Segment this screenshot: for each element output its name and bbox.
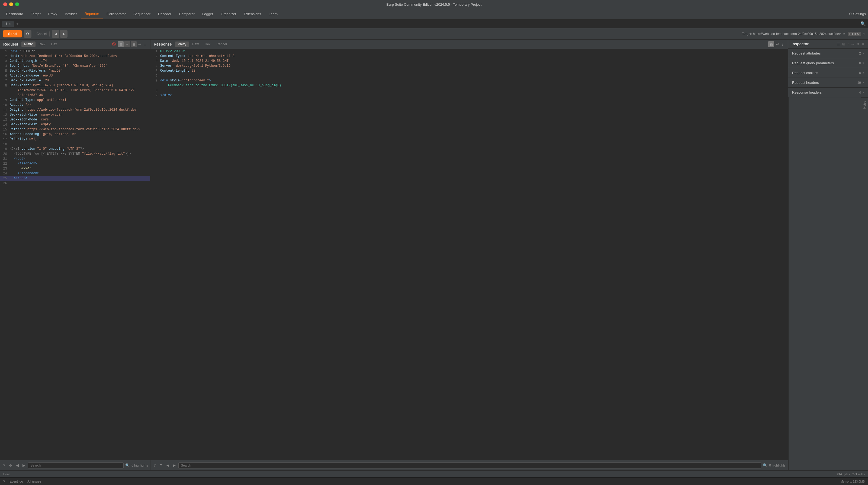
add-tab-button[interactable]: + <box>14 20 21 27</box>
protocol-info-icon[interactable]: ℹ <box>863 32 865 36</box>
response-search-submit[interactable]: 🔍 <box>763 463 768 467</box>
request-tab-hex[interactable]: Hex <box>49 41 60 47</box>
inspector-grid-icon[interactable]: ⊞ <box>842 42 845 46</box>
tab-close-icon[interactable]: × <box>9 22 10 26</box>
inspector-request-cookies[interactable]: Request cookies 0 ▾ <box>788 68 868 78</box>
request-search-input[interactable] <box>28 462 124 468</box>
inspector-request-headers[interactable]: Request headers 19 ▾ <box>788 78 868 88</box>
settings-button[interactable]: ⚙ Settings <box>849 12 866 16</box>
chevron-down-icon-1: ▾ <box>863 61 864 65</box>
nav-intruder[interactable]: Intruder <box>61 10 81 18</box>
inspector-response-headers[interactable]: Response headers 4 ▾ <box>788 88 868 97</box>
status-text: Done <box>3 473 10 476</box>
inspector-request-query[interactable]: Request query parameters 0 ▾ <box>788 58 868 68</box>
bottom-tab-all-issues[interactable]: All issues <box>27 479 41 484</box>
request-line-19: 19 <?xml version="1.0" encoding="UTF-8"?… <box>0 147 150 152</box>
response-tabs: Pretty Raw Hex Render <box>175 41 230 47</box>
response-search-next[interactable]: ▶ <box>172 463 177 468</box>
more-icon[interactable]: ⋮ <box>143 42 147 47</box>
response-wrap-icon[interactable]: ↩ <box>776 42 779 47</box>
tabbar: 1 × + 🔍 <box>0 20 868 28</box>
layout-icon-2[interactable]: ≡ <box>124 41 130 47</box>
response-layout-1[interactable]: ▤ <box>768 41 774 47</box>
nav-decoder[interactable]: Decoder <box>154 10 175 18</box>
request-search-settings[interactable]: ⚙ <box>8 463 13 468</box>
notes-tab[interactable]: Notes <box>861 97 868 112</box>
request-line-1: 1 POST / HTTP/2 <box>0 49 150 54</box>
gear-button[interactable]: ⚙ <box>24 30 31 38</box>
nav-arrows: ◀ ▶ <box>52 30 67 38</box>
response-tab-hex[interactable]: Hex <box>202 41 213 47</box>
nav-proxy[interactable]: Proxy <box>44 10 61 18</box>
request-search-prev[interactable]: ◀ <box>15 463 20 468</box>
nav-extensions[interactable]: Extensions <box>240 10 265 18</box>
response-line-4: 4 Server: Werkzeug/2.0.1 Python/3.9.19 <box>150 64 788 68</box>
forward-button[interactable]: ▶ <box>60 30 67 38</box>
nav-target[interactable]: Target <box>27 10 44 18</box>
request-highlights-label: 0 highlights <box>131 463 148 467</box>
response-code-area[interactable]: 1 HTTP/2 200 OK 2 Content-Type: text/htm… <box>150 49 788 460</box>
response-tab-raw[interactable]: Raw <box>189 41 202 47</box>
request-code-area[interactable]: 1 POST / HTTP/2 2 Host: web-zoo-feedback… <box>0 49 150 460</box>
nav-learn[interactable]: Learn <box>265 10 281 18</box>
nav-dashboard[interactable]: Dashboard <box>2 10 27 18</box>
response-search-help[interactable]: ? <box>153 463 157 468</box>
nav-repeater[interactable]: Repeater <box>81 9 103 19</box>
titlebar-buttons <box>3 2 19 6</box>
nav-organizer[interactable]: Organizer <box>217 10 240 18</box>
inspector-item-label-0: Request attributes <box>792 51 821 55</box>
inspector-list-icon[interactable]: ☰ <box>837 42 840 46</box>
request-search-submit[interactable]: 🔍 <box>125 463 130 467</box>
chevron-down-icon: ▾ <box>863 52 864 55</box>
tab-search-button[interactable]: 🔍 <box>860 21 866 26</box>
inspector-request-attributes[interactable]: Request attributes 2 ▾ <box>788 49 868 58</box>
request-line-10: 10 Accept: */* <box>0 103 150 108</box>
nav-sequencer[interactable]: Sequencer <box>130 10 154 18</box>
wrap-icon[interactable]: ↩ <box>138 42 142 47</box>
response-more-icon[interactable]: ⋮ <box>781 42 784 47</box>
inspector-header-icons: ☰ ⊞ ↕ ⇥ ⚙ ✕ <box>837 42 865 46</box>
tab-1[interactable]: 1 × <box>2 21 14 27</box>
request-line-7: 7 Sec-Ch-Ua-Mobile: ?0 <box>0 78 150 83</box>
response-tab-pretty[interactable]: Pretty <box>175 41 189 47</box>
response-tab-render[interactable]: Render <box>214 41 230 47</box>
maximize-btn[interactable] <box>15 2 19 6</box>
layout-icon-1[interactable]: ▤ <box>118 41 124 47</box>
inspector-collapse-icon[interactable]: ⇥ <box>851 42 854 46</box>
request-line-23: 23 &xxe; <box>0 166 150 171</box>
inspector-sort-icon[interactable]: ↕ <box>847 42 849 46</box>
response-layout-icons: ▤ <box>768 41 774 47</box>
nav-collaborator[interactable]: Collaborator <box>103 10 130 18</box>
response-search-prev[interactable]: ◀ <box>165 463 170 468</box>
response-line-9: 9 </div> <box>150 93 788 98</box>
inspector-item-label-3: Request headers <box>792 81 819 85</box>
request-header-actions: 🚫 ▤ ≡ ▦ ↩ ⋮ <box>112 41 147 47</box>
back-button[interactable]: ◀ <box>52 30 59 38</box>
bottom-help-icon[interactable]: ? <box>3 479 5 483</box>
response-search-input[interactable] <box>178 462 761 468</box>
nav-comparer[interactable]: Comparer <box>175 10 198 18</box>
inspector-close-icon[interactable]: ✕ <box>862 42 865 46</box>
inspector-gear-icon[interactable]: ⚙ <box>856 42 860 46</box>
request-panel: Request Pretty Raw Hex 🚫 ▤ ≡ ▦ ↩ ⋮ 1 <box>0 39 150 470</box>
request-line-22: 22 <feedback> <box>0 162 150 166</box>
request-line-21: 21 <root> <box>0 156 150 162</box>
send-button[interactable]: Send <box>3 30 22 37</box>
nav-logger[interactable]: Logger <box>198 10 217 18</box>
request-search-help[interactable]: ? <box>2 463 6 468</box>
request-line-13: 13 Sec-Fetch-Mode: cors <box>0 117 150 122</box>
request-line-8: 8 User-Agent: Mozilla/5.0 (Windows NT 10… <box>0 83 150 88</box>
close-btn[interactable] <box>3 2 7 6</box>
minimize-btn[interactable] <box>9 2 13 6</box>
request-tab-pretty[interactable]: Pretty <box>22 41 35 47</box>
request-tab-raw[interactable]: Raw <box>36 41 48 47</box>
layout-icon-3[interactable]: ▦ <box>131 41 136 47</box>
bottom-tab-event-log[interactable]: Event log <box>9 479 23 484</box>
cancel-button[interactable]: Cancel <box>34 31 50 37</box>
request-search-next[interactable]: ▶ <box>22 463 26 468</box>
no-intercept-icon[interactable]: 🚫 <box>112 42 116 46</box>
request-line-3: 3 Content-Length: 174 <box>0 59 150 64</box>
edit-target-icon[interactable]: ✏ <box>843 32 845 36</box>
response-search-settings[interactable]: ⚙ <box>158 463 164 468</box>
statusbar-left: Done <box>3 473 10 476</box>
